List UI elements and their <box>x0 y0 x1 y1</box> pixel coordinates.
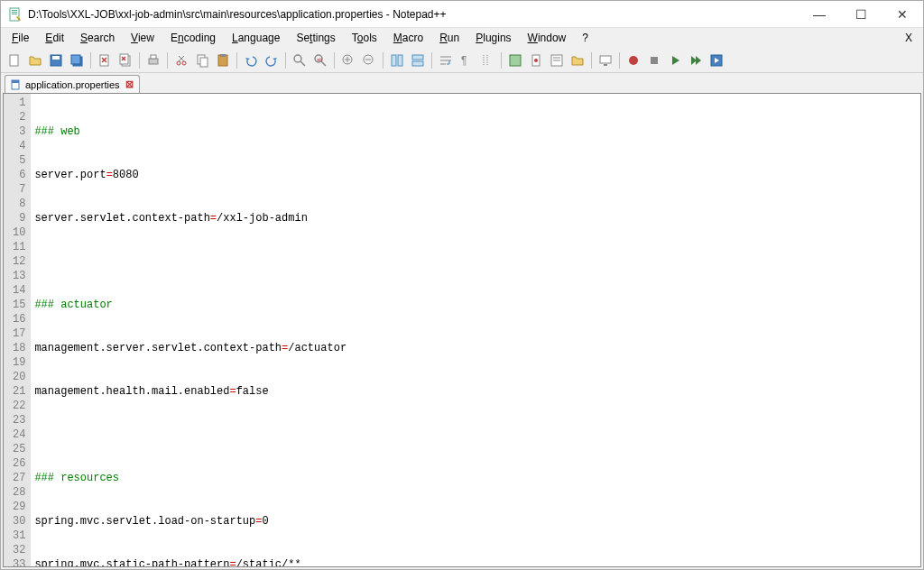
svg-rect-1 <box>12 10 17 11</box>
svg-rect-8 <box>71 55 80 64</box>
menu-search[interactable]: Search <box>73 30 122 46</box>
menu-help[interactable]: ? <box>575 30 596 46</box>
svg-rect-25 <box>220 54 226 57</box>
menu-run[interactable]: Run <box>432 30 467 46</box>
svg-line-27 <box>300 61 305 66</box>
minimize-button[interactable]: — <box>799 1 840 27</box>
svg-rect-39 <box>412 61 423 66</box>
svg-text:ab: ab <box>317 57 323 62</box>
menu-overflow[interactable]: X <box>898 30 919 46</box>
doc-map-icon[interactable] <box>526 51 546 70</box>
undo-icon[interactable] <box>241 51 261 70</box>
svg-rect-3 <box>12 14 17 14</box>
svg-text:¶: ¶ <box>461 54 467 67</box>
svg-rect-37 <box>398 55 402 66</box>
svg-rect-2 <box>12 12 17 13</box>
svg-point-48 <box>534 59 538 62</box>
maximize-button[interactable]: ☐ <box>840 1 882 27</box>
show-all-chars-icon[interactable]: ¶ <box>457 51 476 70</box>
find-icon[interactable] <box>290 51 310 70</box>
line-number-gutter: 1234567891011121314151617181920212223242… <box>4 94 31 566</box>
svg-point-54 <box>629 56 638 65</box>
menu-language[interactable]: Language <box>225 30 287 46</box>
menu-encoding[interactable]: Encoding <box>163 30 223 46</box>
menu-tools[interactable]: Tools <box>345 30 384 46</box>
svg-rect-4 <box>10 55 18 66</box>
sync-h-icon[interactable] <box>408 51 428 70</box>
file-icon <box>11 79 22 90</box>
zoom-out-icon[interactable] <box>359 51 379 70</box>
close-all-icon[interactable] <box>116 51 135 70</box>
lang-icon[interactable] <box>505 51 525 70</box>
wrap-icon[interactable] <box>436 51 456 70</box>
svg-point-19 <box>182 61 186 65</box>
cut-icon[interactable] <box>171 51 191 70</box>
sync-v-icon[interactable] <box>387 51 407 70</box>
window-controls: — ☐ ✕ <box>799 1 923 27</box>
paste-icon[interactable] <box>213 51 233 70</box>
svg-rect-23 <box>200 58 208 67</box>
tab-close-icon[interactable]: ⊠ <box>125 78 134 90</box>
menu-plugins[interactable]: Plugins <box>468 30 518 46</box>
menu-edit[interactable]: Edit <box>38 30 71 46</box>
close-file-icon[interactable] <box>95 51 115 70</box>
tab-application-properties[interactable]: application.properties ⊠ <box>5 75 140 93</box>
tab-bar: application.properties ⊠ <box>1 73 923 93</box>
close-button[interactable]: ✕ <box>882 1 923 27</box>
menu-bar: File Edit Search View Encoding Language … <box>1 28 923 48</box>
toolbar: ab ¶ <box>1 48 923 73</box>
print-icon[interactable] <box>143 51 163 70</box>
svg-rect-46 <box>510 55 521 66</box>
menu-settings[interactable]: Settings <box>289 30 342 46</box>
menu-file[interactable]: File <box>5 30 36 46</box>
new-file-icon[interactable] <box>5 51 24 70</box>
stop-icon[interactable] <box>644 51 664 70</box>
svg-rect-52 <box>600 56 611 63</box>
code-comment: ### web <box>34 125 79 138</box>
open-file-icon[interactable] <box>25 51 45 70</box>
zoom-in-icon[interactable] <box>338 51 358 70</box>
folder-icon[interactable] <box>568 51 587 70</box>
record-icon[interactable] <box>624 51 643 70</box>
save-macro-icon[interactable] <box>707 51 726 70</box>
func-list-icon[interactable] <box>547 51 567 70</box>
window-title: D:\Tools\XXL-JOB\xxl-job-admin\src\main\… <box>28 8 799 21</box>
menu-window[interactable]: Window <box>521 30 574 46</box>
copy-icon[interactable] <box>192 51 212 70</box>
title-bar: D:\Tools\XXL-JOB\xxl-job-admin\src\main\… <box>1 1 923 28</box>
indent-guide-icon[interactable] <box>477 51 497 70</box>
svg-rect-38 <box>412 55 423 60</box>
tab-label: application.properties <box>25 79 120 90</box>
monitor-icon[interactable] <box>596 51 615 70</box>
app-icon <box>8 7 23 22</box>
svg-rect-17 <box>151 55 156 59</box>
replace-icon[interactable]: ab <box>310 51 330 70</box>
save-all-icon[interactable] <box>67 51 87 70</box>
menu-macro[interactable]: Macro <box>386 30 430 46</box>
save-icon[interactable] <box>46 51 66 70</box>
svg-rect-55 <box>651 57 658 64</box>
svg-point-18 <box>177 61 180 65</box>
editor: 1234567891011121314151617181920212223242… <box>3 93 921 567</box>
play-multi-icon[interactable] <box>686 51 706 70</box>
svg-point-26 <box>294 55 301 62</box>
svg-rect-58 <box>12 80 19 83</box>
code-area[interactable]: ### web server.port=8080 server.servlet.… <box>31 94 920 566</box>
redo-icon[interactable] <box>262 51 282 70</box>
svg-rect-6 <box>52 56 60 60</box>
svg-rect-16 <box>149 59 158 64</box>
menu-view[interactable]: View <box>124 30 162 46</box>
svg-rect-53 <box>604 64 607 66</box>
svg-rect-36 <box>392 55 396 66</box>
play-icon[interactable] <box>665 51 685 70</box>
